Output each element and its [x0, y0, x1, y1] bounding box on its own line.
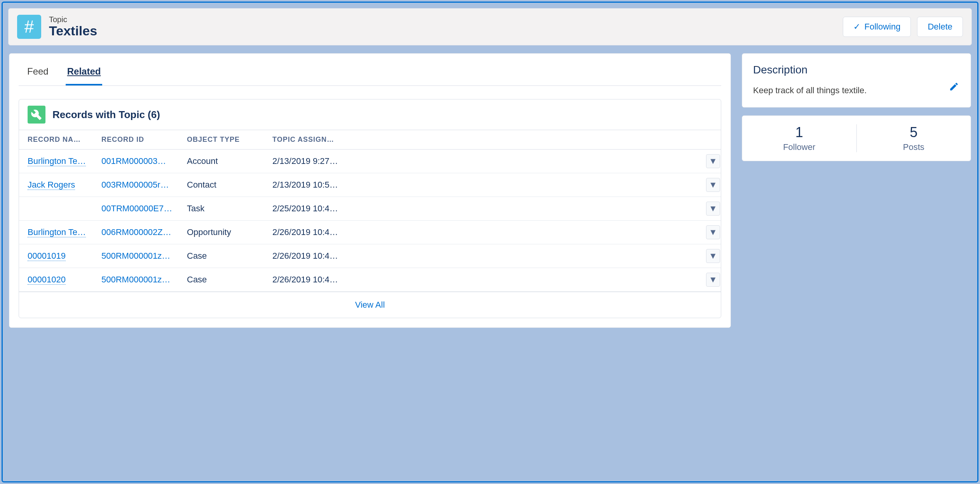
- object-type-cell: Case: [178, 244, 264, 268]
- row-actions-menu[interactable]: ▼: [706, 225, 720, 239]
- chevron-down-icon: ▼: [709, 180, 717, 190]
- col-topic-assignment[interactable]: TOPIC ASSIGN…: [264, 130, 698, 150]
- table-row: 00001020500RM000001z…Case2/26/2019 10:4……: [19, 268, 721, 292]
- record-id-link[interactable]: 006RM000002Z…: [93, 221, 178, 244]
- topic-assignment-cell: 2/26/2019 10:4…: [264, 221, 698, 244]
- record-id-link[interactable]: 500RM000001z…: [93, 268, 178, 292]
- following-button[interactable]: ✓ Following: [843, 17, 911, 37]
- topic-assignment-cell: 2/13/2019 10:5…: [264, 173, 698, 197]
- object-type-cell: Account: [178, 150, 264, 173]
- record-name-link[interactable]: Burlington Te…: [28, 227, 86, 237]
- table-row: Burlington Te…001RM000003…Account2/13/20…: [19, 150, 721, 173]
- records-card: Records with Topic (6) RECORD NA… RECORD…: [19, 99, 721, 318]
- object-type-cell: Task: [178, 197, 264, 221]
- tab-feed[interactable]: Feed: [26, 63, 50, 85]
- chevron-down-icon: ▼: [709, 156, 717, 166]
- col-record-id[interactable]: RECORD ID: [93, 130, 178, 150]
- topic-assignment-cell: 2/26/2019 10:4…: [264, 244, 698, 268]
- table-row: 00TRM00000E7…Task2/25/2019 10:4…▼: [19, 197, 721, 221]
- topic-assignment-cell: 2/25/2019 10:4…: [264, 197, 698, 221]
- delete-button[interactable]: Delete: [917, 17, 963, 37]
- chevron-down-icon: ▼: [709, 275, 717, 285]
- posts-count: 5: [857, 124, 971, 141]
- delete-button-label: Delete: [928, 22, 952, 32]
- tab-related[interactable]: Related: [66, 63, 103, 85]
- record-name-link[interactable]: 00001020: [28, 275, 66, 285]
- records-table: RECORD NA… RECORD ID OBJECT TYPE TOPIC A…: [19, 130, 721, 292]
- entity-label: Topic: [49, 15, 97, 24]
- main-panel: Feed Related Records with Topic (6): [9, 53, 731, 328]
- record-id-link[interactable]: 00TRM00000E7…: [93, 197, 178, 221]
- col-record-name[interactable]: RECORD NA…: [19, 130, 93, 150]
- following-button-label: Following: [864, 22, 900, 32]
- table-row: 00001019500RM000001z…Case2/26/2019 10:4……: [19, 244, 721, 268]
- record-id-link[interactable]: 003RM000005r…: [93, 173, 178, 197]
- posts-label: Posts: [857, 142, 971, 152]
- col-object-type[interactable]: OBJECT TYPE: [178, 130, 264, 150]
- stats-card: 1 Follower 5 Posts: [742, 115, 971, 161]
- record-name-link[interactable]: 00001019: [28, 251, 66, 261]
- record-name-link[interactable]: Jack Rogers: [28, 180, 75, 190]
- row-actions-menu[interactable]: ▼: [706, 154, 720, 168]
- followers-label: Follower: [742, 142, 856, 152]
- page-header: # Topic Textiles ✓ Following Delete: [8, 8, 972, 45]
- chevron-down-icon: ▼: [709, 204, 717, 214]
- object-type-cell: Contact: [178, 173, 264, 197]
- chevron-down-icon: ▼: [709, 251, 717, 261]
- row-actions-menu[interactable]: ▼: [706, 249, 720, 263]
- description-heading: Description: [753, 64, 960, 76]
- pencil-icon: [949, 82, 959, 92]
- object-type-cell: Case: [178, 268, 264, 292]
- description-text: Keep track of all things textile.: [753, 85, 960, 96]
- view-all-link[interactable]: View All: [355, 300, 385, 310]
- topic-assignment-cell: 2/26/2019 10:4…: [264, 268, 698, 292]
- page-title: Textiles: [49, 23, 97, 38]
- edit-description-button[interactable]: [949, 82, 961, 93]
- table-row: Jack Rogers003RM000005r…Contact2/13/2019…: [19, 173, 721, 197]
- record-id-link[interactable]: 500RM000001z…: [93, 244, 178, 268]
- followers-count: 1: [742, 124, 856, 141]
- row-actions-menu[interactable]: ▼: [706, 202, 720, 216]
- record-id-link[interactable]: 001RM000003…: [93, 150, 178, 173]
- row-actions-menu[interactable]: ▼: [706, 273, 720, 287]
- tab-bar: Feed Related: [19, 59, 721, 86]
- topic-hashtag-icon: #: [17, 15, 41, 39]
- record-name-link[interactable]: Burlington Te…: [28, 156, 86, 166]
- topic-assignment-cell: 2/13/2019 9:27…: [264, 150, 698, 173]
- chevron-down-icon: ▼: [709, 227, 717, 237]
- description-card: Description Keep track of all things tex…: [742, 53, 971, 108]
- records-title: Records with Topic (6): [52, 109, 160, 121]
- object-type-cell: Opportunity: [178, 221, 264, 244]
- table-row: Burlington Te…006RM000002Z…Opportunity2/…: [19, 221, 721, 244]
- check-icon: ✓: [853, 22, 860, 32]
- posts-stat[interactable]: 5 Posts: [857, 124, 971, 152]
- row-actions-menu[interactable]: ▼: [706, 178, 720, 192]
- followers-stat[interactable]: 1 Follower: [742, 124, 857, 152]
- wrench-icon: [28, 106, 45, 124]
